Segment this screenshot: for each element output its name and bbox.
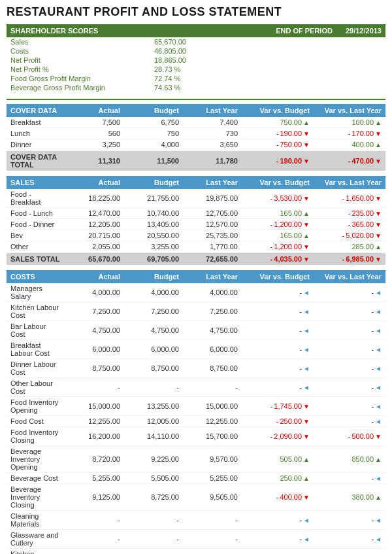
- row-actual: 12,255.00: [61, 417, 120, 425]
- arrow-up-icon: ▲: [375, 119, 382, 126]
- arrow-left-icon: ◄: [303, 289, 310, 296]
- data-row: Managers Salary 4,000.00 4,000.00 4,000.…: [7, 283, 385, 302]
- row-label: Lunch: [10, 130, 61, 137]
- row-var-last: - ◄: [310, 383, 382, 391]
- summary-value: 74.63 %: [154, 84, 180, 92]
- arrow-up-icon: ▲: [375, 456, 382, 463]
- row-actual: 20,715.00: [61, 232, 120, 239]
- neg-prefix: -: [348, 209, 351, 217]
- costs-col-varlast: Var vs. Last Year: [310, 273, 382, 281]
- neg-prefix: -: [348, 432, 351, 440]
- row-var-last: 285.00 ▲: [310, 243, 382, 251]
- summary-label: Net Profit: [10, 56, 154, 64]
- arrow-up-icon: ▲: [375, 141, 382, 148]
- row-lastyear: -: [179, 516, 238, 524]
- row-var-last: - ◄: [310, 345, 382, 353]
- data-row: Dinner 3,250 4,000 3,650 - 750.00 ▼ 400.…: [7, 139, 385, 150]
- row-var-last: 400.00 ▲: [310, 141, 382, 148]
- row-var-last: - ◄: [310, 417, 382, 425]
- row-actual: 16,200.00: [61, 432, 120, 440]
- summary-label: Food Gross Profit Margin: [10, 75, 154, 82]
- data-row: Other 2,055.00 3,255.00 1,770.00 - 1,200…: [7, 241, 385, 252]
- row-lastyear: 19,875.00: [179, 194, 238, 202]
- summary-label: Costs: [10, 47, 154, 55]
- arrow-down-icon: ▼: [375, 210, 382, 217]
- data-row: Beverage Inventory Closing 9,125.00 8,72…: [7, 484, 385, 511]
- row-var-budget: - 3,530.00 ▼: [238, 194, 310, 202]
- row-budget: 12,005.00: [120, 417, 179, 425]
- row-actual: -: [61, 383, 120, 391]
- row-label: Beverage Cost: [10, 474, 61, 482]
- row-var-budget: - 1,745.00 ▼: [238, 402, 310, 410]
- neg-prefix: -: [270, 402, 273, 410]
- row-lastyear: 12,255.00: [179, 417, 238, 425]
- cover-data-total: COVER DATA TOTAL 11,310 11,500 11,780 - …: [7, 151, 385, 171]
- summary-table: Sales65,670.00Costs46,805.00Net Profit18…: [7, 37, 385, 92]
- row-budget: -: [120, 516, 179, 524]
- row-label: Bar Labour Cost: [10, 322, 61, 338]
- row-lastyear: 7,250.00: [179, 307, 238, 315]
- arrow-down-icon: ▼: [303, 130, 310, 137]
- costs-data-rows: Managers Salary 4,000.00 4,000.00 4,000.…: [7, 283, 385, 554]
- neg-prefix: -: [270, 432, 273, 440]
- neg-prefix: -: [270, 220, 273, 228]
- row-actual: 12,205.00: [61, 220, 120, 228]
- row-var-budget: - ◄: [238, 326, 310, 334]
- row-actual: 8,720.00: [61, 455, 120, 463]
- total-label: COVER DATA TOTAL: [10, 153, 61, 169]
- costs-section-label: COSTS: [10, 273, 61, 281]
- summary-row: Costs46,805.00: [7, 46, 385, 56]
- costs-section: COSTS Actual Budget Last Year Var vs. Bu…: [7, 270, 385, 554]
- row-var-last: - ◄: [310, 326, 382, 334]
- row-label: Cleaning Materials: [10, 512, 61, 528]
- arrow-left-icon: ◄: [303, 327, 310, 334]
- arrow-left-icon: ◄: [375, 308, 382, 315]
- row-actual: 7,500: [61, 118, 120, 126]
- row-var-last: - ◄: [310, 402, 382, 410]
- summary-row: Sales65,670.00: [7, 37, 385, 46]
- row-var-budget: - ◄: [238, 288, 310, 296]
- row-budget: 4,000.00: [120, 288, 179, 296]
- total-budget: 69,705.00: [120, 255, 179, 263]
- row-var-budget: - ◄: [238, 516, 310, 524]
- end-of-period-label: END OF PERIOD: [276, 27, 333, 35]
- costs-col-budget: Budget: [120, 273, 179, 281]
- arrow-left-icon: ◄: [303, 365, 310, 372]
- arrow-up-icon: ▲: [303, 475, 310, 482]
- cover-col-varlast: Var vs. Last Year: [310, 107, 382, 114]
- row-var-budget: 505.00 ▲: [238, 455, 310, 463]
- arrow-up-icon: ▲: [303, 456, 310, 463]
- row-var-last: 100.00 ▲: [310, 118, 382, 126]
- row-label: Glassware and Cutlery: [10, 531, 61, 547]
- cover-data-section: COVER DATA Actual Budget Last Year Var v…: [7, 104, 385, 171]
- arrow-left-icon: ◄: [375, 418, 382, 425]
- total-var-last: - 470.00 ▼: [310, 157, 382, 165]
- row-budget: 13,405.00: [120, 220, 179, 228]
- row-label: Food Inventory Opening: [10, 398, 61, 414]
- row-var-budget: - 1,200.00 ▼: [238, 243, 310, 251]
- arrow-down-icon: ▼: [303, 141, 310, 148]
- neg-prefix: -: [270, 194, 273, 202]
- row-var-budget: - 400.00 ▼: [238, 493, 310, 501]
- arrow-down-icon: ▼: [303, 403, 310, 410]
- costs-header: COSTS Actual Budget Last Year Var vs. Bu…: [7, 270, 385, 283]
- row-actual: -: [61, 516, 120, 524]
- summary-value: 46,805.00: [154, 47, 186, 55]
- row-lastyear: 1,770.00: [179, 243, 238, 251]
- data-row: Bar Labour Cost 4,750.00 4,750.00 4,750.…: [7, 321, 385, 340]
- row-actual: 560: [61, 130, 120, 137]
- page-container: RESTAURANT PROFIT AND LOSS STATEMENT SHA…: [0, 0, 392, 554]
- total-lastyear: 72,655.00: [179, 255, 238, 263]
- row-label: Other: [10, 243, 61, 251]
- row-lastyear: 4,000.00: [179, 288, 238, 296]
- arrow-left-icon: ◄: [375, 384, 382, 391]
- neg-prefix: -: [342, 232, 345, 239]
- arrow-down-icon: ▼: [303, 494, 310, 501]
- data-row: Food - Dinner 12,205.00 13,405.00 12,570…: [7, 219, 385, 230]
- arrow-down-icon: ▼: [303, 433, 310, 440]
- row-var-last: - ◄: [310, 307, 382, 315]
- arrow-left-icon: ◄: [375, 365, 382, 372]
- arrow-down-icon: ▼: [303, 418, 310, 425]
- row-lastyear: 730: [179, 130, 238, 137]
- summary-row: Beverage Gross Profit Margin74.63 %: [7, 83, 385, 92]
